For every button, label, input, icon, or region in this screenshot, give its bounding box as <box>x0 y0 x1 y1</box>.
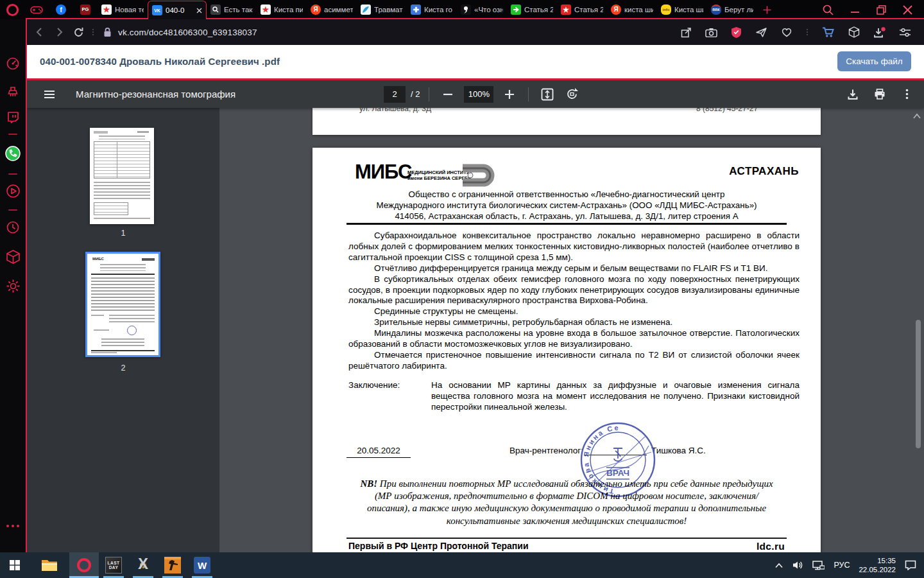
reload-icon[interactable] <box>73 27 84 38</box>
opera-gx-taskbar-button[interactable] <box>69 552 99 578</box>
extensions-box-icon[interactable] <box>0 249 26 265</box>
adblock-shield-icon[interactable] <box>731 26 742 39</box>
svg-text:ВРАЧ: ВРАЧ <box>606 468 629 478</box>
star-icon: ★ <box>261 4 271 15</box>
thumbnails-menu-icon[interactable] <box>40 90 59 99</box>
x-game-button[interactable]: X <box>128 552 158 578</box>
tab-asimmet[interactable]: Я асиммет <box>307 0 357 19</box>
close-window-icon[interactable] <box>903 5 912 15</box>
extensions-cube-icon[interactable] <box>848 26 860 39</box>
whatsapp-icon[interactable] <box>0 145 26 162</box>
tab-kista-shi-2[interactable]: info Киста ши <box>657 0 707 19</box>
scrollbar-thumb[interactable] <box>916 320 921 448</box>
zoom-in-icon[interactable] <box>500 90 519 99</box>
feather-icon <box>361 4 371 15</box>
word-button[interactable]: W <box>187 552 217 578</box>
mibs-magnet-icon <box>458 163 504 188</box>
thumbnail-page-1[interactable] <box>90 128 154 224</box>
screen: f PG ★ Новая те VK 040-0 Есть така ★ Кис… <box>0 0 924 578</box>
tab-kista-shi-1[interactable]: Я киста ши <box>607 0 657 19</box>
lock-icon[interactable] <box>103 27 112 37</box>
sidebar-more-dots-icon[interactable] <box>0 524 26 528</box>
tab-berut-li[interactable]: ВВК Берут ли <box>707 0 757 19</box>
minimize-window-icon[interactable] <box>850 5 860 15</box>
tab-chto-ozn[interactable]: «Что озн <box>457 0 507 19</box>
tab-novaya[interactable]: ★ Новая те <box>98 0 148 19</box>
zoom-level-input[interactable]: 100% <box>464 86 493 103</box>
windows-taskbar: LASTDAY X W РУС 15:35 22.05.2022 <box>0 552 924 578</box>
tab-kista-pi[interactable]: ★ Киста пи <box>257 0 307 19</box>
pdf-more-options-icon[interactable] <box>897 89 916 100</box>
thumbnail-panel: 1 МИБС 2 <box>27 108 219 552</box>
magnifier-favicon <box>210 4 221 15</box>
forward-icon[interactable] <box>54 27 64 37</box>
player-play-icon[interactable] <box>0 184 26 198</box>
cs-game-button[interactable] <box>158 552 187 578</box>
pdf-print-icon[interactable] <box>870 89 889 100</box>
tab-statya-green[interactable]: Статья 2 <box>507 0 557 19</box>
toolbar-separator <box>429 87 429 101</box>
pinned-tab-facebook[interactable]: f <box>49 0 73 19</box>
thumbnail-2-number: 2 <box>27 363 219 372</box>
last-day-game-button[interactable]: LASTDAY <box>99 552 128 578</box>
pdf-document-title: Магнитно-резонансная томография <box>76 89 235 100</box>
mibs-logo-text: МИБС <box>355 161 411 184</box>
toolbar-separator <box>528 87 529 101</box>
bookmark-heart-icon[interactable] <box>781 27 792 37</box>
clock[interactable]: 15:35 22.05.2022 <box>859 556 896 574</box>
separator-dots <box>806 28 809 37</box>
snapshot-camera-icon[interactable] <box>705 28 717 37</box>
tab-kista-go[interactable]: ✚ Киста го <box>407 0 457 19</box>
separator-dots <box>92 28 94 37</box>
start-button[interactable] <box>0 552 30 578</box>
info-icon: info <box>661 4 671 15</box>
restore-window-icon[interactable] <box>877 5 886 15</box>
tab-est-takaya[interactable]: Есть така <box>207 0 257 19</box>
back-icon[interactable] <box>35 27 45 37</box>
tab-strip: f PG ★ Новая те VK 040-0 Есть така ★ Кис… <box>0 0 924 19</box>
folder-icon <box>41 559 58 572</box>
pdf-download-icon[interactable] <box>843 89 862 100</box>
file-explorer-button[interactable] <box>35 552 64 578</box>
pinned-tab-gx-games[interactable] <box>24 0 49 19</box>
network-icon[interactable] <box>812 561 825 570</box>
date: 22.05.2022 <box>859 565 896 574</box>
shopping-cart-icon[interactable] <box>822 27 835 38</box>
settings-sliders-icon[interactable] <box>899 28 911 37</box>
gx-cleaner-brush-icon[interactable] <box>0 85 26 100</box>
city-label: АСТРАХАНЬ <box>729 165 799 178</box>
tab-active-document[interactable]: VK 040-0 <box>148 1 207 19</box>
yandex-icon: Я <box>311 4 321 15</box>
downloads-icon[interactable] <box>873 27 886 38</box>
download-file-button[interactable]: Скачать файл <box>837 51 911 71</box>
url-text[interactable]: vk.com/doc481606300_639138037 <box>118 28 257 37</box>
footer-rule <box>346 538 787 539</box>
language-indicator[interactable]: РУС <box>834 561 850 570</box>
new-tab-button[interactable] <box>757 0 776 19</box>
tab-search-icon[interactable] <box>823 4 834 15</box>
settings-gear-icon[interactable] <box>0 279 26 293</box>
tab-statya-red[interactable]: ★ Статья 2 <box>557 0 607 19</box>
history-clock-icon[interactable] <box>0 220 26 234</box>
send-plane-icon[interactable] <box>755 27 767 38</box>
close-tab-icon[interactable] <box>196 8 202 13</box>
cs-icon <box>164 557 181 574</box>
rotate-icon[interactable] <box>562 87 581 101</box>
scrollbar-up-icon[interactable] <box>912 113 921 119</box>
sidebar-divider <box>8 134 17 135</box>
thumbnail-page-2-selected[interactable]: МИБС <box>85 252 160 357</box>
fit-page-icon[interactable] <box>538 88 557 101</box>
tab-travmati[interactable]: Травмати <box>357 0 407 19</box>
gx-control-gauge-icon[interactable] <box>0 57 26 71</box>
pinned-tab-pg[interactable]: PG <box>73 0 98 19</box>
tray-chevron-icon[interactable] <box>774 563 783 568</box>
yandex-icon: Я <box>611 4 621 15</box>
share-pin-icon[interactable] <box>681 27 692 38</box>
sidebar-divider <box>8 173 17 175</box>
page-number-input[interactable]: 2 <box>384 86 406 103</box>
zoom-out-icon[interactable] <box>438 93 458 96</box>
twitch-icon[interactable] <box>0 111 26 125</box>
volume-icon[interactable] <box>792 561 803 570</box>
notifications-icon[interactable] <box>905 560 916 570</box>
opera-gx-logo-icon[interactable] <box>6 4 19 16</box>
